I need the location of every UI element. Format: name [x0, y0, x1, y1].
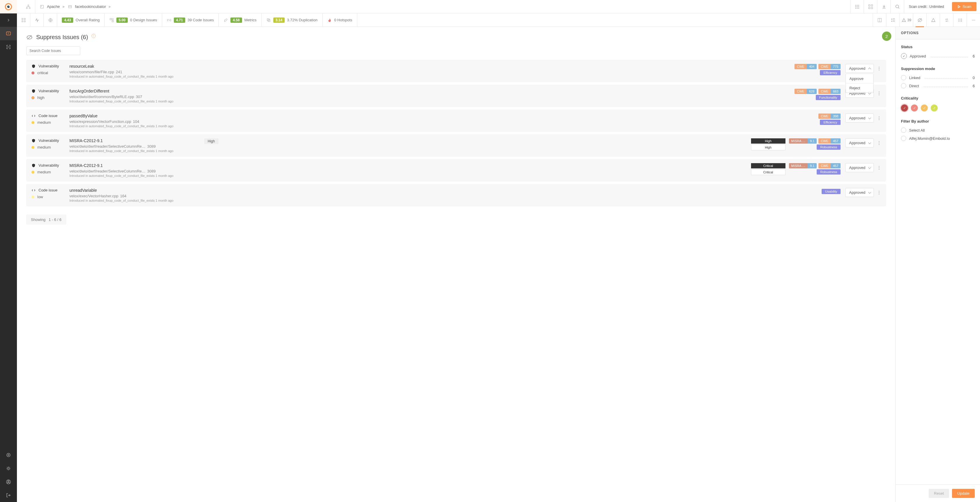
cwe-chip[interactable]: CWE404: [794, 64, 817, 69]
metric-metrics[interactable]: 4.58 Metrics: [219, 13, 261, 27]
svg-point-59: [879, 167, 880, 168]
suppress-tab[interactable]: [913, 13, 926, 27]
metric-hotspots[interactable]: 0 Hotspots: [323, 13, 357, 27]
cwe-chip[interactable]: CWE628: [794, 89, 817, 94]
issue-path[interactable]: velox/exec/VectorHasher.cpp164: [69, 194, 822, 198]
more-icon[interactable]: [877, 115, 881, 121]
status-dropdown[interactable]: Approved: [845, 113, 874, 123]
criticality-low[interactable]: [931, 105, 938, 112]
status-dropdown[interactable]: Approved: [845, 188, 874, 197]
criticality-high[interactable]: [911, 105, 918, 112]
filter-select-all-row[interactable]: Select All: [901, 127, 975, 133]
cwe-chip[interactable]: CWE683: [818, 89, 841, 94]
update-button[interactable]: Update: [952, 489, 975, 498]
issue-path[interactable]: velox/dwio/dwrf/reader/SelectiveColumnRe…: [69, 169, 751, 174]
suppression-direct-row[interactable]: Direct 6: [901, 83, 975, 88]
scan-button[interactable]: Scan: [952, 2, 977, 11]
code-issues-icon: [167, 18, 172, 22]
more-tab[interactable]: [967, 13, 980, 27]
download-icon[interactable]: [877, 0, 891, 13]
view-list-icon[interactable]: [886, 13, 899, 27]
reset-button[interactable]: Reset: [929, 489, 949, 498]
issue-title[interactable]: unreadVariable: [69, 188, 822, 193]
radio-icon[interactable]: [901, 136, 906, 141]
compare-tab[interactable]: [940, 13, 953, 27]
warnings-tab[interactable]: 39: [899, 13, 913, 27]
sidebar-expand-toggle[interactable]: [0, 13, 17, 27]
issue-card[interactable]: Code issue medium passedByValue velox/ex…: [26, 110, 886, 132]
issue-path[interactable]: velox/expression/VectorFunction.cpp104: [69, 120, 818, 124]
sidebar-item-logout[interactable]: [0, 489, 17, 502]
more-icon[interactable]: [877, 190, 881, 196]
cwe-chip[interactable]: CWE457: [818, 138, 841, 143]
status-approved-row[interactable]: Approved 6: [901, 53, 975, 59]
cwe-chip[interactable]: MISRA …9.1: [789, 163, 817, 168]
cwe-chip[interactable]: CWE398: [818, 113, 841, 119]
issue-card[interactable]: Code issue low unreadVariable velox/exec…: [26, 184, 886, 206]
category-tag: Robustness: [817, 145, 841, 150]
org-tree-icon[interactable]: [22, 0, 35, 13]
issue-title[interactable]: resourceLeak: [69, 64, 794, 69]
sidebar-item-settings-wheel[interactable]: [0, 448, 17, 462]
info-icon[interactable]: i: [92, 34, 95, 38]
svg-rect-15: [68, 6, 72, 8]
activity-icon[interactable]: [30, 13, 44, 27]
app-logo[interactable]: [0, 0, 17, 13]
more-icon[interactable]: [877, 90, 881, 97]
issue-path[interactable]: velox/dwio/dwrf/common/ByteRLE.cpp307: [69, 94, 794, 99]
issue-title[interactable]: MISRA-C2012-9.1: [69, 163, 751, 168]
more-icon[interactable]: [877, 165, 881, 171]
dropdown-reject[interactable]: Reject: [846, 83, 873, 92]
sidebar-item-scan[interactable]: [0, 40, 17, 54]
criticality-medium[interactable]: [921, 105, 928, 112]
globe-icon[interactable]: [44, 13, 57, 27]
issue-path[interactable]: velox/dwio/dwrf/reader/SelectiveColumnRe…: [69, 144, 751, 148]
issue-card[interactable]: Vulnerability critical resourceLeak velo…: [26, 60, 886, 82]
search-input[interactable]: [26, 46, 80, 55]
modules-icon[interactable]: [864, 0, 877, 13]
filter-author-row[interactable]: Alfej.Momin@Embold.Io: [901, 136, 975, 141]
metric-design[interactable]: 5.00 0 Design Issues: [105, 13, 162, 27]
metric-code[interactable]: 4.71 39 Code Issues: [162, 13, 219, 27]
suppression-linked-row[interactable]: Linked 0: [901, 75, 975, 80]
filter-count-badge[interactable]: 2: [882, 32, 891, 41]
svg-rect-41: [891, 19, 892, 19]
sidebar-item-gear[interactable]: [0, 462, 17, 475]
view-columns-icon[interactable]: [873, 13, 886, 27]
radio-icon[interactable]: [901, 127, 906, 133]
issue-title[interactable]: passedByValue: [69, 113, 818, 118]
criticality-critical[interactable]: [901, 105, 908, 112]
sidebar-item-user[interactable]: [0, 475, 17, 489]
issue-title[interactable]: MISRA-C2012-9.1: [69, 138, 751, 143]
apps-grid-icon[interactable]: [850, 0, 864, 13]
alert-tab[interactable]: [926, 13, 940, 27]
check-icon[interactable]: [901, 53, 907, 59]
metric-overall[interactable]: 4.43 Overall Rating: [57, 13, 105, 27]
cwe-chip[interactable]: MISRA …9.1: [789, 138, 817, 143]
metric-duplication[interactable]: 3.14 3.72% Duplication: [262, 13, 323, 27]
breadcrumb-org[interactable]: Apache: [47, 5, 60, 9]
cwe-chip[interactable]: CWE457: [818, 163, 841, 168]
issue-card[interactable]: Vulnerability medium MISRA-C2012-9.1 vel…: [26, 159, 886, 182]
more-icon[interactable]: [877, 65, 881, 72]
status-dropdown[interactable]: Approved Approve Reject: [845, 64, 874, 73]
issue-card[interactable]: Vulnerability high funcArgOrderDifferent…: [26, 84, 886, 107]
radio-icon[interactable]: [901, 75, 906, 80]
filter-tab[interactable]: [953, 13, 967, 27]
breadcrumb-repo[interactable]: facebookincubator: [75, 5, 106, 9]
dropdown-approve[interactable]: Approve: [846, 74, 873, 83]
sidebar-item-suppress[interactable]: P: [0, 27, 17, 40]
grid-view-icon[interactable]: [17, 13, 30, 27]
issue-card[interactable]: High Vulnerability medium MISRA-C2012-9.…: [26, 134, 886, 157]
metric-design-label: 0 Design Issues: [130, 18, 157, 22]
cwe-chip[interactable]: CWE775: [818, 64, 841, 69]
issue-path[interactable]: velox/common/file/File.cpp241: [69, 70, 794, 74]
search-icon[interactable]: [891, 0, 904, 13]
status-dropdown[interactable]: Approved: [845, 138, 874, 147]
status-dropdown[interactable]: Approved: [845, 163, 874, 172]
more-icon[interactable]: [877, 140, 881, 146]
svg-rect-13: [41, 5, 43, 8]
radio-icon[interactable]: [901, 83, 906, 88]
issue-title[interactable]: funcArgOrderDifferent: [69, 89, 794, 93]
svg-point-45: [974, 19, 975, 21]
